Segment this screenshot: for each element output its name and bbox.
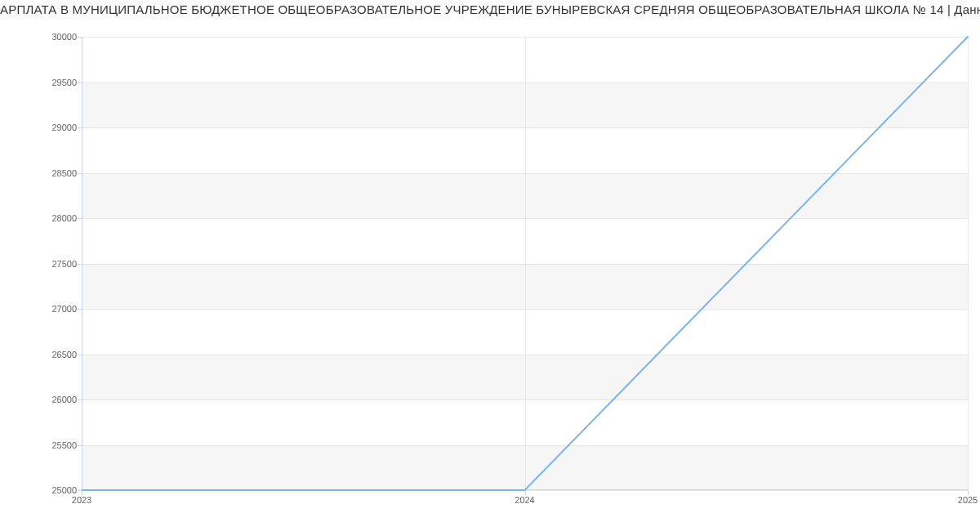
y-tick-label: 30000	[11, 32, 77, 42]
y-tick	[78, 309, 82, 310]
x-tick-label: 2024	[514, 495, 534, 505]
y-tick-label: 28500	[11, 168, 77, 178]
y-tick-label: 25000	[11, 485, 77, 495]
y-tick-label: 26500	[11, 350, 77, 359]
x-tick-label: 2025	[958, 495, 978, 505]
y-tick-label: 28000	[11, 213, 77, 223]
y-tick	[78, 399, 82, 400]
y-tick-label: 26000	[11, 395, 77, 404]
y-tick	[78, 37, 82, 38]
y-tick	[78, 218, 82, 219]
y-tick-label: 29000	[11, 123, 77, 132]
plot-area	[82, 37, 968, 490]
data-line	[82, 37, 968, 490]
y-tick	[78, 83, 82, 83]
y-tick-label: 27500	[11, 259, 77, 269]
y-tick-label: 29500	[11, 78, 77, 87]
x-grid-line	[968, 37, 969, 490]
y-tick	[78, 445, 82, 446]
x-tick	[525, 490, 526, 495]
y-tick-label: 27000	[11, 304, 77, 314]
y-tick	[78, 173, 82, 174]
x-tick	[82, 490, 82, 495]
y-tick	[78, 264, 82, 265]
x-tick	[968, 490, 969, 495]
chart-title: АРПЛАТА В МУНИЦИПАЛЬНОЕ БЮДЖЕТНОЕ ОБЩЕОБ…	[0, 2, 980, 16]
y-tick	[78, 355, 82, 355]
x-tick-label: 2023	[72, 495, 91, 505]
y-tick	[78, 127, 82, 128]
y-tick-label: 25500	[11, 440, 77, 450]
